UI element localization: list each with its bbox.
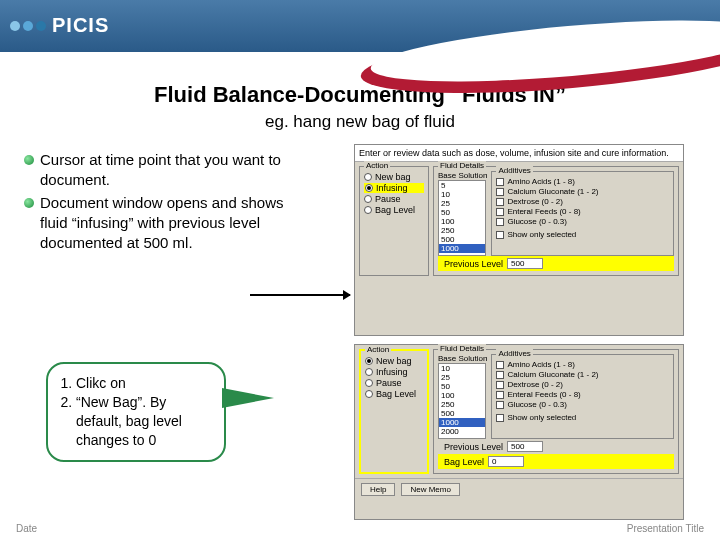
- chk-label: Glucose (0 - 0.3): [507, 217, 567, 226]
- radio-label: Infusing: [376, 367, 408, 377]
- radio-label: Pause: [375, 194, 401, 204]
- additive-item[interactable]: Calcium Gluconate (1 - 2): [496, 187, 669, 196]
- previous-level-row: Previous Level 500: [438, 439, 674, 454]
- chk-label: Dextrose (0 - 2): [507, 197, 563, 206]
- list-item-selected[interactable]: 1000: [439, 244, 485, 253]
- additives-group: Additives Amino Acids (1 - 8) Calcium Gl…: [491, 354, 674, 439]
- new-memo-button[interactable]: New Memo: [401, 483, 459, 496]
- additive-item[interactable]: Dextrose (0 - 2): [496, 197, 669, 206]
- header-banner: PICIS: [0, 0, 720, 52]
- group-title-fluid: Fluid Details: [438, 161, 486, 170]
- group-title-additives: Additives: [496, 349, 532, 358]
- list-item-selected[interactable]: 1000: [439, 418, 485, 427]
- list-item[interactable]: 50: [439, 208, 485, 217]
- additive-item[interactable]: Calcium Gluconate (1 - 2): [496, 370, 669, 379]
- list-item[interactable]: 50: [439, 382, 485, 391]
- bag-level-value[interactable]: 0: [488, 456, 524, 467]
- panel-instruction: Enter or review data such as dose, volum…: [355, 145, 683, 162]
- radio-newbag[interactable]: New bag: [365, 356, 423, 366]
- dot-icon: [10, 21, 20, 31]
- fluid-details-group: Fluid Details Base Solution 5 10 25 50 1…: [433, 166, 679, 276]
- additive-item[interactable]: Enteral Feeds (0 - 8): [496, 207, 669, 216]
- show-only-selected[interactable]: Show only selected: [496, 230, 669, 239]
- list-item[interactable]: 500: [439, 409, 485, 418]
- callout-step: “New Bag”. By default, bag level changes…: [76, 393, 210, 450]
- group-title-fluid: Fluid Details: [438, 344, 486, 353]
- additive-item[interactable]: Glucose (0 - 0.3): [496, 217, 669, 226]
- chk-label: Enteral Feeds (0 - 8): [507, 390, 580, 399]
- note-text: Document window opens and shows fluid “i…: [40, 193, 294, 254]
- dot-icon: [23, 21, 33, 31]
- list-item[interactable]: 25: [439, 199, 485, 208]
- radio-newbag[interactable]: New bag: [364, 172, 424, 182]
- additives-group: Additives Amino Acids (1 - 8) Calcium Gl…: [491, 171, 674, 256]
- base-solution-label: Base Solution: [438, 171, 487, 180]
- note-text: Cursor at time point that you want to do…: [40, 150, 294, 191]
- radio-baglevel[interactable]: Bag Level: [364, 205, 424, 215]
- base-solution-block: Base Solution 5 10 25 50 100 250 500 100…: [438, 171, 487, 256]
- radio-label: New bag: [376, 356, 412, 366]
- bag-level-row: Bag Level 0: [438, 454, 674, 469]
- chk-label: Show only selected: [507, 413, 576, 422]
- list-item[interactable]: 10: [439, 364, 485, 373]
- radio-infusing[interactable]: Infusing: [365, 367, 423, 377]
- chk-label: Show only selected: [507, 230, 576, 239]
- chk-label: Calcium Gluconate (1 - 2): [507, 187, 598, 196]
- chk-label: Dextrose (0 - 2): [507, 380, 563, 389]
- list-item[interactable]: 250: [439, 400, 485, 409]
- footer-date: Date: [16, 523, 37, 534]
- page-title: Fluid Balance-Documenting “Fluids IN”: [0, 82, 720, 108]
- additive-item[interactable]: Amino Acids (1 - 8): [496, 360, 669, 369]
- app-panel-infusing: Enter or review data such as dose, volum…: [354, 144, 684, 336]
- radio-infusing[interactable]: Infusing: [364, 183, 424, 193]
- list-item[interactable]: 100: [439, 217, 485, 226]
- radio-pause[interactable]: Pause: [365, 378, 423, 388]
- list-item[interactable]: 2000: [439, 427, 485, 436]
- app-panel-newbag: Action New bag Infusing Pause Bag Level …: [354, 344, 684, 520]
- chk-label: Enteral Feeds (0 - 8): [507, 207, 580, 216]
- radio-pause[interactable]: Pause: [364, 194, 424, 204]
- base-solution-list[interactable]: 5 10 25 50 100 250 500 1000: [438, 180, 486, 256]
- bag-level-label: Bag Level: [444, 457, 484, 467]
- list-item[interactable]: 500: [439, 235, 485, 244]
- additive-item[interactable]: Enteral Feeds (0 - 8): [496, 390, 669, 399]
- footer: Date Presentation Title: [0, 523, 720, 534]
- note-item: Cursor at time point that you want to do…: [24, 150, 294, 191]
- base-solution-label: Base Solution: [438, 354, 487, 363]
- prev-level-value[interactable]: 500: [507, 441, 543, 452]
- base-solution-block: Base Solution 10 25 50 100 250 500 1000 …: [438, 354, 487, 439]
- list-item[interactable]: 5: [439, 181, 485, 190]
- help-button[interactable]: Help: [361, 483, 395, 496]
- show-only-selected[interactable]: Show only selected: [496, 413, 669, 422]
- base-solution-list[interactable]: 10 25 50 100 250 500 1000 2000: [438, 363, 486, 439]
- callout-step: Clikc on: [76, 374, 210, 393]
- brand-name: PICIS: [52, 14, 109, 37]
- prev-level-value[interactable]: 500: [507, 258, 543, 269]
- callout-arrow-icon: [222, 390, 268, 406]
- radio-label: Bag Level: [376, 389, 416, 399]
- group-title-action: Action: [364, 161, 390, 170]
- dot-icon: [36, 21, 46, 31]
- chk-label: Calcium Gluconate (1 - 2): [507, 370, 598, 379]
- list-item[interactable]: 100: [439, 391, 485, 400]
- additive-item[interactable]: Amino Acids (1 - 8): [496, 177, 669, 186]
- additive-item[interactable]: Dextrose (0 - 2): [496, 380, 669, 389]
- prev-level-label: Previous Level: [444, 259, 503, 269]
- list-item[interactable]: 25: [439, 373, 485, 382]
- list-item[interactable]: 10: [439, 190, 485, 199]
- arrow-icon: [250, 294, 350, 296]
- note-item: Document window opens and shows fluid “i…: [24, 193, 294, 254]
- radio-label: Infusing: [376, 183, 408, 193]
- page-subtitle: eg. hang new bag of fluid: [0, 112, 720, 132]
- additive-item[interactable]: Glucose (0 - 0.3): [496, 400, 669, 409]
- group-title-additives: Additives: [496, 166, 532, 175]
- list-item[interactable]: 250: [439, 226, 485, 235]
- footer-title: Presentation Title: [627, 523, 704, 534]
- callout-box: Clikc on “New Bag”. By default, bag leve…: [46, 362, 226, 462]
- logo: PICIS: [10, 14, 109, 37]
- radio-baglevel[interactable]: Bag Level: [365, 389, 423, 399]
- radio-label: Bag Level: [375, 205, 415, 215]
- radio-label: New bag: [375, 172, 411, 182]
- action-group: Action New bag Infusing Pause Bag Level: [359, 166, 429, 276]
- button-row: Help New Memo: [355, 478, 683, 500]
